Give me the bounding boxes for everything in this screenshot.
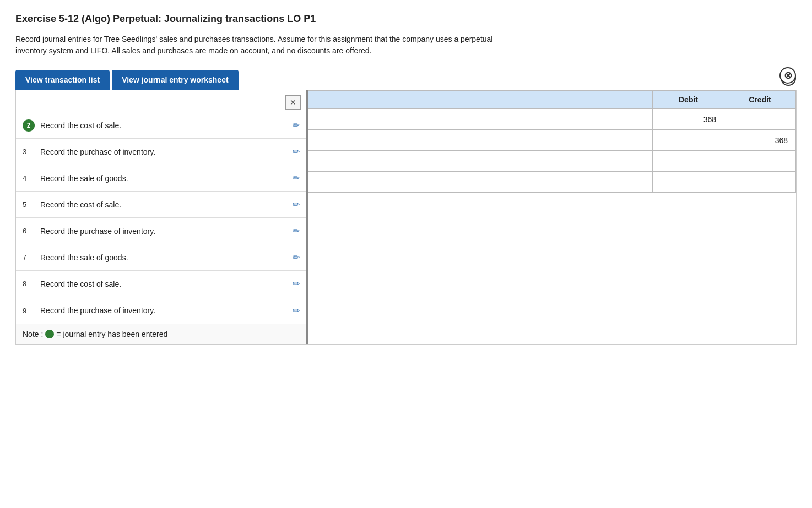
note-row: Note : = journal entry has been entered bbox=[16, 324, 306, 344]
journal-account-2[interactable] bbox=[308, 130, 653, 151]
entry-num-8: 8 bbox=[23, 280, 36, 288]
journal-table: Debit Credit 368 368 bbox=[308, 90, 796, 193]
pencil-icon-2[interactable]: ✏ bbox=[293, 120, 300, 130]
pencil-icon-9[interactable]: ✏ bbox=[293, 305, 300, 316]
entry-row-5: 5 Record the cost of sale. ✏ bbox=[16, 192, 306, 218]
outer-close-icon: ⊗ bbox=[784, 69, 792, 81]
close-x-box[interactable]: ✕ bbox=[285, 95, 301, 110]
entry-num-2: 2 bbox=[23, 119, 36, 132]
journal-debit-4[interactable] bbox=[653, 172, 724, 193]
entry-row-4: 4 Record the sale of goods. ✏ bbox=[16, 165, 306, 192]
entry-label-8: Record the cost of sale. bbox=[36, 280, 288, 288]
col-header-account bbox=[308, 91, 653, 109]
pencil-icon-8[interactable]: ✏ bbox=[293, 278, 300, 289]
intro-text: Record journal entries for Tree Seedling… bbox=[15, 34, 511, 57]
entry-row-9: 9 Record the purchase of inventory. ✏ bbox=[16, 297, 306, 324]
entry-row-6: 6 Record the purchase of inventory. ✏ bbox=[16, 218, 306, 244]
page-title: Exercise 5-12 (Algo) Perpetual: Journali… bbox=[15, 13, 797, 25]
entry-list: 2 Record the cost of sale. ✏ 3 Record th… bbox=[16, 112, 306, 324]
journal-row-1: 368 bbox=[308, 109, 796, 130]
entry-label-2: Record the cost of sale. bbox=[36, 121, 288, 130]
entry-row-2: 2 Record the cost of sale. ✏ bbox=[16, 112, 306, 139]
entry-label-7: Record the sale of goods. bbox=[36, 253, 288, 262]
entry-num-6: 6 bbox=[23, 227, 36, 235]
left-panel: ✕ 2 Record the cost of sale. ✏ 3 Record … bbox=[16, 90, 308, 344]
entry-label-5: Record the cost of sale. bbox=[36, 200, 288, 209]
tab-transaction-list[interactable]: View transaction list bbox=[15, 70, 110, 90]
entry-num-4: 4 bbox=[23, 174, 36, 182]
entry-label-6: Record the purchase of inventory. bbox=[36, 227, 288, 236]
journal-account-4[interactable] bbox=[308, 172, 653, 193]
pencil-icon-3[interactable]: ✏ bbox=[293, 146, 300, 157]
col-header-debit: Debit bbox=[653, 91, 724, 109]
pencil-icon-6[interactable]: ✏ bbox=[293, 226, 300, 236]
journal-row-2: 368 bbox=[308, 130, 796, 151]
left-panel-header: ✕ bbox=[16, 90, 306, 112]
entry-row-3: 3 Record the purchase of inventory. ✏ bbox=[16, 139, 306, 165]
entry-label-3: Record the purchase of inventory. bbox=[36, 148, 288, 156]
tab-row: View transaction list View journal entry… bbox=[15, 70, 797, 90]
entry-label-9: Record the purchase of inventory. bbox=[36, 306, 288, 315]
journal-credit-4[interactable] bbox=[724, 172, 796, 193]
entry-row-7: 7 Record the sale of goods. ✏ bbox=[16, 244, 306, 271]
journal-row-4 bbox=[308, 172, 796, 193]
col-header-credit: Credit bbox=[724, 91, 796, 109]
note-label: Note : bbox=[23, 330, 43, 338]
note-suffix: = journal entry has been entered bbox=[56, 330, 167, 338]
journal-debit-3[interactable] bbox=[653, 151, 724, 172]
main-content: ✕ 2 Record the cost of sale. ✏ 3 Record … bbox=[15, 90, 797, 345]
entry-num-7: 7 bbox=[23, 253, 36, 261]
entry-badge-2: 2 bbox=[23, 119, 35, 132]
outer-close-button[interactable]: ⊗ bbox=[779, 67, 796, 84]
journal-credit-2[interactable]: 368 bbox=[724, 130, 796, 151]
journal-debit-2[interactable] bbox=[653, 130, 724, 151]
entry-row-8: 8 Record the cost of sale. ✏ bbox=[16, 271, 306, 297]
entry-num-9: 9 bbox=[23, 307, 36, 315]
journal-credit-1[interactable] bbox=[724, 109, 796, 130]
right-panel: ⊗ Debit Credit 368 368 bbox=[308, 90, 796, 344]
entry-num-5: 5 bbox=[23, 200, 36, 209]
entry-num-3: 3 bbox=[23, 148, 36, 156]
journal-account-3[interactable] bbox=[308, 151, 653, 172]
journal-row-3 bbox=[308, 151, 796, 172]
pencil-icon-7[interactable]: ✏ bbox=[293, 252, 300, 263]
journal-debit-1[interactable]: 368 bbox=[653, 109, 724, 130]
x-icon: ✕ bbox=[290, 98, 296, 107]
pencil-icon-5[interactable]: ✏ bbox=[293, 199, 300, 210]
note-circle-icon bbox=[45, 330, 54, 338]
pencil-icon-4[interactable]: ✏ bbox=[293, 173, 300, 183]
tab-journal-entry-worksheet[interactable]: View journal entry worksheet bbox=[112, 70, 238, 90]
journal-account-1[interactable] bbox=[308, 109, 653, 130]
entry-label-4: Record the sale of goods. bbox=[36, 174, 288, 183]
journal-credit-3[interactable] bbox=[724, 151, 796, 172]
